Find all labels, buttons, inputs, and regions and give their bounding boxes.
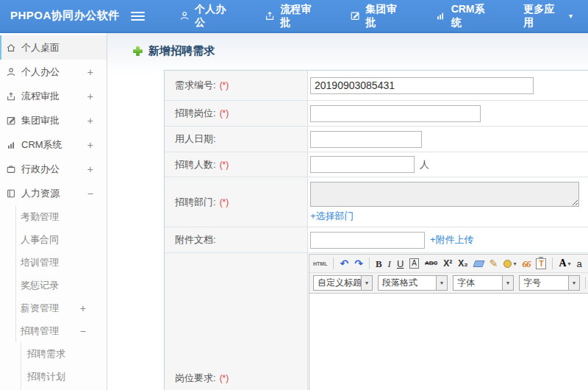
font-color-button[interactable]: A ▾ bbox=[559, 258, 570, 269]
sidebar-item-human-resources[interactable]: 人力资源 − bbox=[0, 181, 107, 205]
toolbar-separator bbox=[369, 258, 370, 269]
nav-process-approval[interactable]: 流程审批 bbox=[249, 0, 334, 32]
custom-title-dropdown[interactable]: 自定义标题 ▾ bbox=[313, 275, 373, 291]
binder-icon bbox=[6, 188, 16, 199]
nav-personal-office[interactable]: 个人办公 bbox=[164, 0, 249, 32]
chevron-down-icon: ▾ bbox=[569, 12, 573, 20]
field-label: 用人日期: bbox=[175, 132, 216, 146]
editor-toolbar-row2: 自定义标题 ▾ 段落格式 ▾ 字体 ▾ 字号 ▾ bbox=[309, 273, 588, 294]
format-painter-icon[interactable]: ✎ bbox=[490, 258, 498, 269]
headcount-input[interactable] bbox=[310, 156, 415, 173]
background-color-button[interactable]: a bbox=[577, 259, 582, 269]
sidebar: 个人桌面 个人办公 + 流程审批 + 集团审批 + CRM系统 bbox=[0, 33, 107, 390]
hire-date-input[interactable] bbox=[310, 131, 422, 148]
main-content: 新增招聘需求 需求编号: (*) 招聘岗位: (*) bbox=[107, 33, 588, 390]
menu-toggle-icon[interactable] bbox=[131, 12, 145, 21]
collapse-minus-icon: − bbox=[87, 188, 93, 199]
redo-icon[interactable]: ↷ bbox=[354, 258, 363, 269]
underline-button[interactable]: U bbox=[397, 259, 404, 269]
char-border-button[interactable]: A bbox=[409, 258, 419, 269]
font-family-dropdown[interactable]: 字体 ▾ bbox=[453, 275, 514, 291]
user-icon bbox=[179, 10, 190, 21]
sidebar-item-recruit-mgmt[interactable]: 招聘管理 − bbox=[0, 319, 107, 342]
field-label: 招聘岗位: bbox=[175, 107, 216, 120]
sidebar-item-recruit-demand[interactable]: 招聘需求 bbox=[0, 342, 107, 365]
sidebar-item-admin-office[interactable]: 行政办公 + bbox=[0, 157, 107, 181]
top-bar: PHPOA协同办公软件 个人办公 流程审批 集团审批 CRM系统 更多应用 ▾ bbox=[0, 0, 588, 33]
flow-export-icon bbox=[265, 10, 275, 21]
attachment-upload-link[interactable]: +附件上传 bbox=[430, 233, 474, 247]
bar-chart-icon bbox=[6, 140, 16, 150]
italic-button[interactable]: I bbox=[388, 259, 391, 269]
attachment-input[interactable] bbox=[310, 232, 425, 249]
department-textarea[interactable] bbox=[310, 182, 579, 207]
sidebar-item-personal-desktop[interactable]: 个人桌面 bbox=[0, 35, 107, 60]
form-row-job-requirements: 岗位要求: (*) HTML ↶ ↷ B I U bbox=[165, 252, 588, 390]
sidebar-item-attendance-mgmt[interactable]: 考勤管理 bbox=[0, 205, 107, 228]
user-icon bbox=[6, 67, 16, 77]
form-row-hire-date: 用人日期: bbox=[165, 126, 588, 152]
sidebar-item-salary-mgmt[interactable]: 薪资管理 + bbox=[0, 297, 107, 319]
bold-button[interactable]: B bbox=[376, 259, 382, 269]
position-input[interactable] bbox=[310, 105, 481, 122]
sidebar-item-hr-contract[interactable]: 人事合同 bbox=[0, 228, 107, 251]
sidebar-item-group-approval[interactable]: 集团审批 + bbox=[0, 108, 107, 132]
undo-icon[interactable]: ↶ bbox=[340, 258, 348, 269]
toolbar-separator bbox=[552, 258, 553, 269]
app-brand: PHPOA协同办公软件 bbox=[0, 9, 131, 23]
subscript-button[interactable]: X₂ bbox=[458, 259, 467, 268]
expand-plus-icon: + bbox=[87, 163, 93, 175]
toolbar-separator bbox=[333, 258, 334, 269]
rich-text-editor: HTML ↶ ↷ B I U A ABC X² X₂ bbox=[309, 254, 588, 390]
chevron-down-icon: ▾ bbox=[568, 260, 571, 267]
sidebar-item-reward-punishment[interactable]: 奖惩记录 bbox=[0, 274, 107, 297]
nav-crm-system[interactable]: CRM系统 bbox=[420, 0, 508, 32]
paragraph-format-dropdown[interactable]: 段落格式 ▾ bbox=[378, 275, 448, 291]
font-size-dropdown[interactable]: 字号 ▾ bbox=[519, 275, 580, 291]
superscript-button[interactable]: X² bbox=[443, 259, 452, 268]
form-row-demand-number: 需求编号: (*) bbox=[165, 71, 588, 100]
required-marker: (*) bbox=[220, 197, 229, 208]
toolbar-separator bbox=[585, 277, 586, 289]
sidebar-item-recruit-plan[interactable]: 招聘计划 bbox=[0, 365, 107, 388]
blockquote-button[interactable]: 66 bbox=[522, 259, 530, 269]
strikethrough-button[interactable]: ABC bbox=[425, 260, 437, 266]
sidebar-item-crm-system[interactable]: CRM系统 + bbox=[0, 132, 107, 157]
form-row-attachment: 附件文档: +附件上传 bbox=[165, 227, 588, 252]
color-palette-icon[interactable]: ▾ bbox=[503, 260, 516, 268]
editor-toolbar-row1: HTML ↶ ↷ B I U A ABC X² X₂ bbox=[309, 255, 588, 273]
edit-square-icon bbox=[6, 116, 16, 126]
field-label: 招聘部门: bbox=[175, 196, 216, 209]
html-source-button[interactable]: HTML bbox=[313, 261, 327, 266]
chevron-down-icon: ▾ bbox=[568, 276, 579, 290]
demand-number-input[interactable] bbox=[310, 77, 534, 94]
required-marker: (*) bbox=[220, 108, 229, 118]
expand-plus-icon: + bbox=[87, 91, 93, 102]
required-marker: (*) bbox=[220, 160, 229, 170]
expand-plus-icon: + bbox=[87, 66, 93, 78]
bar-chart-icon bbox=[435, 10, 445, 21]
sidebar-item-process-approval[interactable]: 流程审批 + bbox=[0, 84, 107, 108]
nav-group-approval[interactable]: 集团审批 bbox=[334, 0, 420, 32]
required-marker: (*) bbox=[220, 80, 229, 91]
chevron-down-icon: ▾ bbox=[361, 276, 372, 290]
editor-content-area[interactable] bbox=[309, 294, 588, 390]
form-row-department: 招聘部门: (*) +选择部门 bbox=[165, 177, 588, 227]
remove-format-eraser-icon[interactable] bbox=[473, 260, 484, 267]
field-label: 附件文档: bbox=[175, 233, 216, 247]
nav-more-apps[interactable]: 更多应用 ▾ bbox=[508, 0, 588, 32]
collapse-minus-icon: − bbox=[80, 325, 86, 337]
form-row-headcount: 招聘人数: (*) 人 bbox=[165, 152, 588, 177]
required-marker: (*) bbox=[220, 373, 229, 383]
sidebar-item-personal-office[interactable]: 个人办公 + bbox=[0, 60, 107, 84]
sidebar-item-training-mgmt[interactable]: 培训管理 bbox=[0, 251, 107, 274]
field-label: 招聘人数: bbox=[175, 158, 216, 171]
form-row-position: 招聘岗位: (*) bbox=[165, 100, 588, 126]
chevron-down-icon: ▾ bbox=[502, 276, 513, 290]
edit-square-icon bbox=[350, 10, 360, 21]
recruit-demand-form: 需求编号: (*) 招聘岗位: (*) 用人日期: bbox=[164, 70, 588, 390]
expand-plus-icon: + bbox=[87, 115, 93, 127]
paste-text-icon[interactable]: T bbox=[536, 258, 546, 269]
flow-export-icon bbox=[6, 91, 16, 102]
select-department-link[interactable]: +选择部门 bbox=[310, 210, 354, 223]
